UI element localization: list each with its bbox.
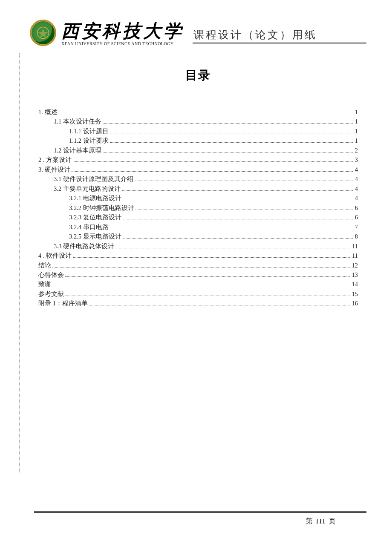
toc-leader-dots <box>52 286 350 286</box>
toc-entry-label: 3.2.5 显示电路设计 <box>69 232 121 241</box>
toc-entry: 心得体会13 <box>38 270 358 279</box>
left-margin-guideline <box>19 53 20 474</box>
page: 西安科技大学 XI'AN UNIVERSITY OF SCIENCE AND T… <box>0 0 392 555</box>
table-of-contents: 1. 概述11.1 本次设计任务11.1.1 设计题目11.1.2 设计要求11… <box>38 107 358 308</box>
document-type-title: 课程设计（论文）用纸 <box>193 28 366 43</box>
footer-rule-thick <box>34 511 366 512</box>
toc-entry-label: 1.1.1 设计题目 <box>69 127 109 136</box>
toc-entry: 1.1 本次设计任务1 <box>38 117 358 126</box>
toc-entry: 4 . 软件设计11 <box>38 251 358 260</box>
document-type-text: 课程设计（论文）用纸 <box>193 28 317 42</box>
toc-entry-page: 8 <box>354 232 358 241</box>
toc-leader-dots <box>73 161 353 162</box>
toc-entry-label: 1. 概述 <box>38 107 58 117</box>
toc-entry: 3. 硬件设计4 <box>38 165 358 174</box>
toc-entry-page: 3 <box>354 155 358 164</box>
toc-entry: 3.2 主要单元电路的设计4 <box>38 184 358 193</box>
toc-leader-dots <box>110 133 353 133</box>
page-number: 第 III 页 <box>34 516 366 526</box>
toc-leader-dots <box>115 248 350 248</box>
toc-entry-page: 15 <box>351 289 358 299</box>
toc-leader-dots <box>123 219 353 219</box>
toc-entry-label: 3. 硬件设计 <box>38 165 70 174</box>
toc-leader-dots <box>103 123 353 124</box>
toc-entry: 3.2.1 电源电路设计4 <box>38 193 358 203</box>
toc-entry-page: 11 <box>351 242 358 251</box>
toc-entry-label: 致谢 <box>38 279 51 289</box>
toc-entry: 1.1.1 设计题目1 <box>38 127 358 136</box>
toc-leader-dots <box>110 229 353 229</box>
header-right: 课程设计（论文）用纸 <box>189 28 366 46</box>
toc-leader-dots <box>65 296 350 296</box>
toc-leader-dots <box>123 238 353 239</box>
page-header: 西安科技大学 XI'AN UNIVERSITY OF SCIENCE AND T… <box>26 20 366 46</box>
toc-entry-page: 13 <box>351 270 358 279</box>
toc-entry: 附录 1：程序清单16 <box>38 299 358 308</box>
toc-entry: 3.1 硬件设计原理图及其介绍4 <box>38 174 358 184</box>
toc-entry-page: 4 <box>354 184 358 193</box>
university-name-en: XI'AN UNIVERSITY OF SCIENCE AND TECHNOLO… <box>61 41 184 46</box>
toc-leader-dots <box>65 276 350 277</box>
toc-entry-page: 7 <box>354 222 358 232</box>
toc-entry-label: 3.2.4 串口电路 <box>69 222 109 232</box>
toc-entry-page: 2 <box>354 146 358 155</box>
main-content: 目录 1. 概述11.1 本次设计任务11.1.1 设计题目11.1.2 设计要… <box>26 67 366 308</box>
toc-entry: 3.2.2 时钟振荡电路设计6 <box>38 203 358 213</box>
toc-leader-dots <box>123 200 353 200</box>
footer-rule-thin <box>34 512 366 513</box>
toc-entry: 1. 概述1 <box>38 107 358 117</box>
toc-entry-page: 1 <box>354 127 358 136</box>
toc-leader-dots <box>73 257 350 258</box>
toc-entry: 1.2 设计基本原理2 <box>38 146 358 155</box>
toc-leader-dots <box>122 190 353 191</box>
toc-entry-page: 4 <box>354 193 358 203</box>
toc-entry-page: 12 <box>351 261 358 270</box>
university-name-block: 西安科技大学 XI'AN UNIVERSITY OF SCIENCE AND T… <box>61 22 184 46</box>
toc-entry-page: 14 <box>351 279 358 289</box>
toc-entry-page: 1 <box>354 107 358 117</box>
toc-entry: 2 . 方案设计3 <box>38 155 358 164</box>
toc-entry-page: 6 <box>354 203 358 213</box>
toc-entry-label: 1.1 本次设计任务 <box>54 117 101 126</box>
toc-entry-label: 心得体会 <box>38 270 64 279</box>
toc-entry-page: 4 <box>354 165 358 174</box>
toc-entry-page: 1 <box>354 117 358 126</box>
toc-heading: 目录 <box>38 67 358 83</box>
toc-entry-label: 1.1.2 设计要求 <box>69 136 109 145</box>
toc-entry: 参考文献15 <box>38 289 358 299</box>
toc-leader-dots <box>72 171 353 172</box>
toc-leader-dots <box>59 114 353 114</box>
toc-entry-label: 附录 1：程序清单 <box>38 299 88 308</box>
toc-leader-dots <box>52 267 350 267</box>
toc-entry: 结论12 <box>38 261 358 270</box>
toc-entry: 3.3 硬件电路总体设计11 <box>38 242 358 251</box>
toc-entry-label: 3.2.1 电源电路设计 <box>69 193 121 203</box>
university-logo <box>30 20 56 46</box>
page-footer: 第 III 页 <box>34 511 366 526</box>
toc-entry-label: 3.2.3 复位电路设计 <box>69 213 121 222</box>
toc-leader-dots <box>135 210 353 210</box>
university-name-cn: 西安科技大学 <box>61 22 184 40</box>
toc-entry: 3.2.3 复位电路设计6 <box>38 213 358 222</box>
toc-entry-label: 结论 <box>38 261 51 270</box>
toc-entry-label: 1.2 设计基本原理 <box>54 146 101 155</box>
toc-entry-page: 16 <box>351 299 358 308</box>
toc-entry-label: 3.2 主要单元电路的设计 <box>54 184 121 193</box>
toc-entry-label: 3.2.2 时钟振荡电路设计 <box>69 203 134 213</box>
toc-entry-page: 11 <box>351 251 358 260</box>
toc-entry-label: 3.1 硬件设计原理图及其介绍 <box>54 174 133 184</box>
toc-entry-page: 4 <box>354 174 358 184</box>
toc-leader-dots <box>89 305 350 305</box>
toc-entry-label: 2 . 方案设计 <box>38 155 72 164</box>
toc-entry: 1.1.2 设计要求1 <box>38 136 358 145</box>
toc-leader-dots <box>110 142 353 143</box>
logo-symbol-icon <box>37 26 49 39</box>
toc-entry-page: 1 <box>354 136 358 145</box>
toc-entry: 致谢14 <box>38 279 358 289</box>
toc-leader-dots <box>135 181 353 181</box>
toc-entry: 3.2.5 显示电路设计8 <box>38 232 358 241</box>
toc-entry-label: 3.3 硬件电路总体设计 <box>54 242 114 251</box>
toc-entry: 3.2.4 串口电路7 <box>38 222 358 232</box>
toc-entry-page: 6 <box>354 213 358 222</box>
toc-entry-label: 4 . 软件设计 <box>38 251 72 260</box>
